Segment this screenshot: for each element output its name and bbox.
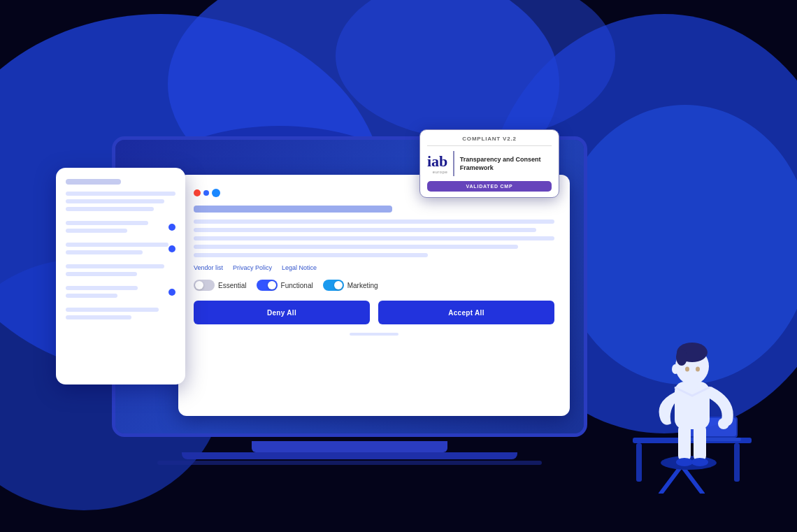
- iab-validated-footer: VALIDATED CMP: [427, 181, 552, 192]
- panel-row-lines: [66, 243, 168, 254]
- dialog-links: Vendor list Privacy Policy Legal Notice: [194, 264, 554, 271]
- marketing-toggle[interactable]: [323, 280, 344, 291]
- panel-line: [66, 192, 175, 196]
- svg-point-25: [676, 349, 687, 366]
- svg-rect-17: [678, 424, 691, 462]
- consent-toggles: Essential Functional: [194, 280, 554, 291]
- marketing-toggle-knob: [334, 281, 343, 289]
- logo-dot-blue2: [212, 189, 220, 197]
- logo-dot-red: [194, 189, 201, 196]
- svg-line-12: [682, 466, 703, 494]
- functional-label: Functional: [281, 282, 313, 289]
- svg-point-20: [691, 458, 708, 466]
- panel-indicator-dot: [168, 245, 175, 252]
- svg-point-28: [672, 364, 679, 374]
- consent-actions: Deny All Accept All: [194, 301, 554, 324]
- essential-toggle-knob: [195, 281, 203, 289]
- dialog-line: [194, 245, 518, 249]
- marketing-toggle-item: Marketing: [323, 280, 378, 291]
- dialog-line: [194, 253, 428, 257]
- dialog-title-line: [194, 206, 392, 213]
- iab-logo-container: iab europe: [427, 154, 447, 174]
- panel-row: [66, 264, 175, 276]
- panel-row: [66, 221, 175, 233]
- iab-logo-text: iab: [427, 154, 447, 169]
- panel-row-lines: [66, 286, 168, 298]
- essential-toggle[interactable]: [194, 280, 215, 291]
- person-illustration: [619, 284, 759, 494]
- laptop-base: [252, 441, 447, 452]
- marketing-label: Marketing: [347, 282, 378, 289]
- consent-dialog: Vendor list Privacy Policy Legal Notice …: [178, 175, 570, 416]
- vendor-list-link[interactable]: Vendor list: [194, 264, 223, 271]
- iab-divider: [453, 151, 454, 176]
- dialog-line: [194, 228, 536, 232]
- essential-toggle-item: Essential: [194, 280, 247, 291]
- logo-dot-blue1: [203, 190, 209, 196]
- dialog-line: [194, 236, 554, 240]
- iab-badge-body: iab europe Transparency and Consent Fram…: [427, 151, 552, 176]
- legal-notice-link[interactable]: Legal Notice: [282, 264, 317, 271]
- vendor-list-panel: [56, 168, 185, 384]
- svg-point-22: [718, 418, 729, 429]
- panel-row: [66, 286, 175, 298]
- iab-framework-text: Transparency and Consent Framework: [460, 155, 552, 172]
- deny-all-button[interactable]: Deny All: [194, 301, 370, 324]
- panel-title-line: [66, 179, 121, 185]
- panel-indicator-dot: [168, 289, 175, 296]
- iab-badge: COMPLIANT V2.2 iab europe Transparency a…: [419, 129, 559, 198]
- svg-rect-18: [694, 424, 706, 462]
- panel-row-lines: [66, 221, 168, 233]
- panel-line: [66, 207, 154, 211]
- dialog-line: [194, 220, 554, 224]
- svg-line-11: [661, 466, 682, 494]
- functional-toggle[interactable]: [257, 280, 278, 291]
- laptop-foot: [182, 452, 517, 459]
- panel-row: [66, 243, 175, 254]
- svg-rect-9: [636, 443, 642, 482]
- accept-all-button[interactable]: Accept All: [378, 301, 554, 324]
- laptop-ground: [157, 461, 542, 465]
- svg-point-19: [676, 458, 693, 466]
- iab-europe-text: europe: [427, 170, 447, 174]
- panel-row: [66, 308, 175, 319]
- dialog-text-lines: [194, 220, 554, 264]
- functional-toggle-knob: [268, 281, 276, 289]
- functional-toggle-item: Functional: [257, 280, 313, 291]
- svg-rect-29: [687, 380, 698, 390]
- essential-label: Essential: [218, 282, 247, 289]
- svg-point-26: [685, 367, 689, 372]
- panel-indicator-dot: [168, 224, 175, 231]
- svg-point-27: [696, 367, 700, 372]
- scroll-indicator: [350, 333, 398, 336]
- panel-line: [66, 199, 164, 203]
- privacy-policy-link[interactable]: Privacy Policy: [233, 264, 272, 271]
- svg-rect-10: [734, 443, 740, 482]
- main-scene: Vendor list Privacy Policy Legal Notice …: [0, 0, 797, 532]
- iab-compliant-label: COMPLIANT V2.2: [427, 136, 552, 146]
